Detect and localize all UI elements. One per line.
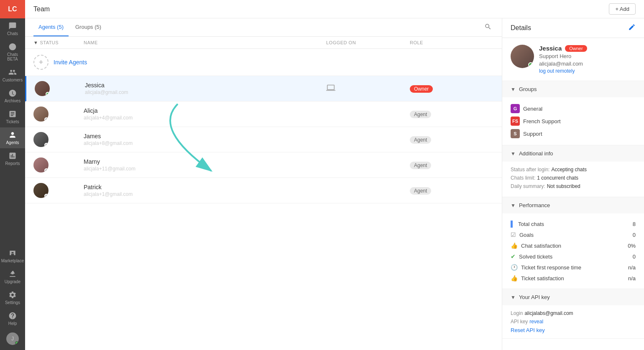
performance-content: ▌ Total chats 8 ☑ Goals 0 — [502, 213, 644, 289]
reveal-api-key-link[interactable]: reveal — [529, 319, 543, 325]
goals-icon: ☑ — [511, 231, 516, 238]
performance-chevron: ▼ — [511, 203, 516, 208]
sidebar-item-settings[interactable]: Settings — [0, 287, 25, 308]
sidebar-item-agents[interactable]: Agents — [0, 127, 25, 148]
groups-section-label: Groups — [519, 86, 537, 92]
sidebar-item-marketplace[interactable]: Marketplace — [0, 246, 25, 266]
info-label-status: Status after login: — [511, 167, 549, 172]
table-header: ▼ STATUS NAME LOGGED ON ROLE — [25, 37, 502, 49]
tab-groups[interactable]: Groups (5) — [70, 18, 106, 36]
table-row[interactable]: Jessica alicjala@gmail.com Owner — [25, 76, 502, 101]
api-login-label: Login — [511, 310, 523, 316]
agent-name-cell-jessica: Jessica alicjala@gmail.com — [85, 82, 326, 95]
agent-email-patrick: alicjala+1@gmail.com — [84, 191, 326, 197]
perf-value-total-chats: 8 — [633, 221, 636, 227]
status-cell — [33, 183, 84, 198]
edit-icon[interactable] — [628, 23, 636, 33]
profile-title: Support Hero — [539, 53, 587, 59]
groups-section: ▼ Groups G General FS French Support S S… — [502, 81, 644, 145]
groups-section-content: G General FS French Support S Support — [502, 97, 644, 145]
app-logo[interactable]: LC — [0, 0, 25, 18]
table-row[interactable]: Alicja alicjala+4@gmail.com Agent — [25, 101, 502, 127]
sidebar-item-marketplace-label: Marketplace — [1, 259, 24, 263]
agent-name-james: James — [84, 133, 326, 139]
tab-agents[interactable]: Agents (5) — [33, 18, 69, 36]
info-row-chats-limit: Chats limit: 1 concurrent chats — [511, 175, 636, 181]
sidebar-item-agents-label: Agents — [6, 140, 19, 145]
perf-left-total-chats: ▌ Total chats — [511, 221, 544, 227]
group-label-support: Support — [523, 131, 542, 137]
offline-status-dot — [44, 143, 49, 147]
sidebar: LC Chats Chats BETA Customers Archives T… — [0, 0, 25, 350]
invite-agents-link[interactable]: Invite Agents — [54, 59, 87, 66]
clock-icon: 🕐 — [511, 264, 518, 271]
thumbs-up-icon: 👍 — [511, 242, 518, 249]
perf-row-total-chats: ▌ Total chats 8 — [511, 218, 636, 229]
role-badge-patrick: Agent — [410, 187, 431, 195]
group-badge-support: S — [511, 129, 520, 138]
agent-avatar-jessica — [35, 81, 50, 96]
role-cell-jessica: Owner — [410, 85, 493, 93]
performance-section-header[interactable]: ▼ Performance — [502, 197, 644, 213]
sidebar-item-chats[interactable]: Chats — [0, 18, 25, 39]
perf-left-goals: ☑ Goals — [511, 231, 534, 238]
sidebar-item-upgrade[interactable]: Upgrade — [0, 266, 25, 287]
current-user-avatar-sidebar[interactable]: J — [0, 329, 25, 350]
info-value-status: Accepting chats — [551, 167, 587, 172]
sidebar-item-chats-label: Chats — [7, 31, 18, 36]
sidebar-item-tickets[interactable]: Tickets — [0, 107, 25, 127]
groups-section-header[interactable]: ▼ Groups — [502, 81, 644, 97]
sidebar-item-reports[interactable]: Reports — [0, 148, 25, 169]
col-status[interactable]: ▼ STATUS — [33, 40, 84, 45]
perf-left-ticket-satisfaction: 👍 Ticket satisfaction — [511, 275, 564, 282]
group-label-general: General — [523, 106, 542, 112]
performance-section-label: Performance — [519, 202, 550, 208]
perf-value-ticket-satisfaction: n/a — [628, 275, 636, 282]
profile-logout-link[interactable]: log out remotely — [539, 68, 587, 74]
table-row[interactable]: Marny alicjala+11@gmail.com Agent — [25, 152, 502, 178]
agent-avatar-patrick — [33, 183, 49, 198]
sidebar-item-help[interactable]: Help — [0, 308, 25, 329]
additional-info-header[interactable]: ▼ Additional info — [502, 145, 644, 162]
perf-left-first-response-time: 🕐 Ticket first response time — [511, 264, 581, 271]
api-key-chevron: ▼ — [511, 294, 516, 300]
role-cell-alicja: Agent — [410, 110, 493, 118]
role-cell-patrick: Agent — [410, 187, 493, 195]
sidebar-item-tickets-label: Tickets — [6, 119, 19, 124]
agent-email-james: alicjala+8@gmail.com — [84, 140, 326, 146]
sidebar-item-chats-beta-label: Chats BETA — [2, 52, 23, 61]
info-row-status: Status after login: Accepting chats — [511, 167, 636, 172]
sidebar-item-chats-beta[interactable]: Chats BETA — [0, 39, 25, 65]
add-button[interactable]: + Add — [609, 3, 636, 15]
tabs-bar: Agents (5) Groups (5) — [25, 18, 502, 37]
search-icon-btn[interactable] — [483, 21, 493, 34]
table-row[interactable]: Patrick alicjala+1@gmail.com Agent — [25, 178, 502, 203]
agent-avatar-marny — [33, 157, 49, 172]
performance-section: ▼ Performance ▌ Total chats 8 — [502, 197, 644, 289]
agent-name-patrick: Patrick — [84, 184, 326, 190]
sidebar-item-reports-label: Reports — [5, 161, 20, 166]
invite-row[interactable]: + Invite Agents — [25, 49, 502, 76]
api-key-section-label: Your API key — [519, 294, 550, 300]
perf-value-chat-satisfaction: 0% — [628, 243, 636, 249]
api-key-row: API key reveal — [511, 319, 636, 325]
sidebar-item-archives[interactable]: Archives — [0, 86, 25, 107]
profile-name-row: Jessica Owner — [539, 45, 587, 52]
additional-info-chevron: ▼ — [511, 151, 516, 157]
perf-row-solved-tickets: ✔ Solved tickets 0 — [511, 251, 636, 262]
tabs-left: Agents (5) Groups (5) — [33, 18, 106, 36]
perf-label-goals: Goals — [519, 232, 534, 238]
reset-api-key-link[interactable]: Reset API key — [511, 327, 636, 333]
status-cell — [33, 107, 84, 122]
sidebar-item-help-label: Help — [8, 321, 17, 326]
sidebar-item-customers[interactable]: Customers — [0, 65, 25, 86]
group-item-general: G General — [511, 102, 636, 115]
groups-chevron-icon: ▼ — [511, 86, 516, 92]
api-key-section-header[interactable]: ▼ Your API key — [502, 289, 644, 305]
api-login-row: Login alicjalabs@gmail.com — [511, 310, 636, 316]
additional-info-content: Status after login: Accepting chats Chat… — [502, 162, 644, 197]
role-cell-james: Agent — [410, 136, 493, 144]
table-row[interactable]: James alicjala+8@gmail.com Agent — [25, 127, 502, 152]
top-bar: Team + Add — [25, 0, 644, 18]
details-title: Details — [511, 24, 531, 32]
